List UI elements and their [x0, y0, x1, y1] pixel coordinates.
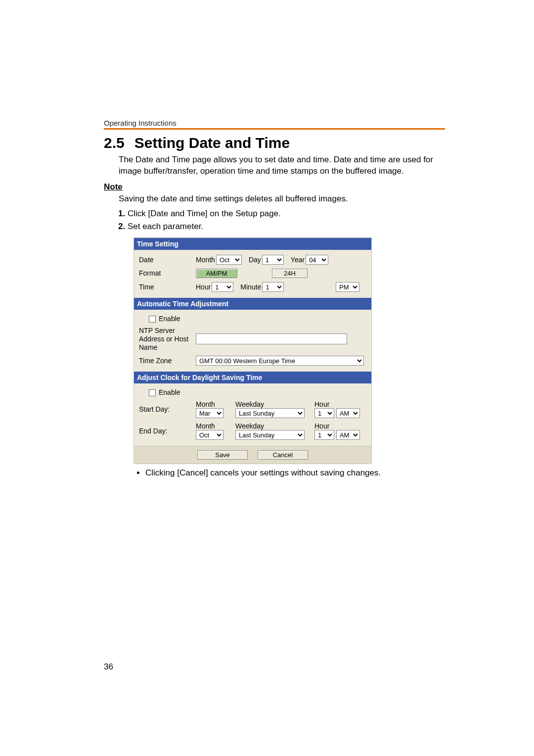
header-rule: [104, 128, 445, 130]
dst-enable-checkbox[interactable]: [149, 389, 156, 396]
hour-label: Hour: [196, 283, 211, 291]
time-row: Time Hour 1 Minute 1 PM: [139, 280, 366, 294]
running-header: Operating Instructions: [104, 119, 445, 127]
start-month-header: Month: [196, 400, 230, 408]
dst-enable-field: Enable: [139, 388, 206, 396]
start-hour-header: Hour: [314, 400, 374, 408]
dst-enable-row: Enable: [139, 386, 366, 398]
end-hour-select[interactable]: 1: [314, 430, 334, 440]
time-setting-content: Date Month Oct Day 1 Year 04 Format AM/P…: [134, 250, 371, 298]
day-select[interactable]: 1: [262, 255, 284, 265]
start-day-label: Start Day:: [139, 405, 196, 413]
section-number: 2.5: [104, 135, 125, 151]
start-hour-select[interactable]: 1: [314, 408, 334, 418]
cancel-button[interactable]: Cancel: [258, 450, 308, 460]
step-1: Click [Date and Time] on the Setup page.: [128, 209, 445, 219]
time-setting-header: Time Setting: [134, 238, 371, 250]
auto-time-content: Enable NTP Server Address or Host Name T…: [134, 310, 371, 372]
minute-select[interactable]: 1: [262, 282, 284, 292]
minute-label: Minute: [240, 283, 261, 291]
step-2: Set each parameter.: [128, 222, 445, 232]
start-day-row: Start Day: Month Mar Weekday Last Sunday…: [139, 398, 366, 420]
note-text: Saving the date and time settings delete…: [119, 194, 445, 204]
day-label: Day: [249, 256, 261, 264]
start-weekday-header: Weekday: [235, 400, 310, 408]
steps-list: Click [Date and Time] on the Setup page.…: [119, 209, 445, 232]
auto-enable-checkbox[interactable]: [149, 316, 156, 323]
intro-paragraph: The Date and Time page allows you to set…: [119, 154, 445, 177]
page: Operating Instructions 2.5Setting Date a…: [0, 0, 534, 756]
year-select[interactable]: 04: [306, 255, 328, 265]
timezone-row: Time Zone GMT 00:00 Western Europe Time: [139, 354, 366, 368]
dst-enable-label: Enable: [159, 388, 180, 396]
end-day-label: End Day:: [139, 427, 196, 435]
format-label: Format: [139, 269, 196, 277]
end-weekday-header: Weekday: [235, 422, 310, 430]
hour-select[interactable]: 1: [212, 282, 233, 292]
section-title-text: Setting Date and Time: [134, 135, 290, 151]
end-month-header: Month: [196, 422, 230, 430]
format-row: Format AM/PM 24H: [139, 267, 366, 280]
month-label: Month: [196, 256, 215, 264]
month-select[interactable]: Oct: [216, 255, 242, 265]
end-day-row: End Day: Month Oct Weekday Last Sunday H…: [139, 420, 366, 442]
ampm-button[interactable]: AM/PM: [196, 269, 237, 278]
end-ampm-select[interactable]: AM: [336, 430, 360, 440]
end-weekday-select[interactable]: Last Sunday: [235, 430, 305, 440]
dst-header: Adjust Clock for Daylight Saving Time: [134, 372, 371, 383]
ntp-row: NTP Server Address or Host Name: [139, 325, 366, 353]
ntp-input[interactable]: [196, 333, 347, 344]
post-note-cancel: Clicking [Cancel] cancels your settings …: [145, 468, 445, 478]
page-number: 36: [104, 662, 113, 672]
page-title: 2.5Setting Date and Time: [104, 135, 445, 151]
end-hour-header: Hour: [314, 422, 374, 430]
start-month-select[interactable]: Mar: [196, 408, 223, 418]
end-month-select[interactable]: Oct: [196, 430, 223, 440]
auto-enable-row: Enable: [139, 313, 366, 325]
note-label: Note: [104, 182, 445, 192]
start-ampm-select[interactable]: AM: [336, 408, 360, 418]
ntp-label: NTP Server Address or Host Name: [139, 327, 196, 351]
date-label: Date: [139, 256, 196, 264]
auto-enable-label: Enable: [159, 315, 180, 323]
24h-button[interactable]: 24H: [272, 269, 308, 278]
timezone-label: Time Zone: [139, 357, 196, 365]
post-notes: Clicking [Cancel] cancels your settings …: [139, 468, 445, 478]
save-button[interactable]: Save: [197, 450, 248, 460]
ampm-select[interactable]: PM: [336, 282, 359, 292]
dst-content: Enable Start Day: Month Mar Weekday Last…: [134, 383, 371, 446]
auto-time-header: Automatic Time Adjustment: [134, 298, 371, 310]
time-setting-dialog: Time Setting Date Month Oct Day 1 Year 0…: [134, 237, 372, 464]
start-weekday-select[interactable]: Last Sunday: [235, 408, 305, 418]
timezone-select[interactable]: GMT 00:00 Western Europe Time: [196, 356, 364, 366]
date-row: Date Month Oct Day 1 Year 04: [139, 253, 366, 267]
dialog-footer: Save Cancel: [134, 446, 371, 464]
time-label: Time: [139, 283, 196, 291]
year-label: Year: [291, 256, 305, 264]
auto-enable-field: Enable: [139, 315, 206, 323]
